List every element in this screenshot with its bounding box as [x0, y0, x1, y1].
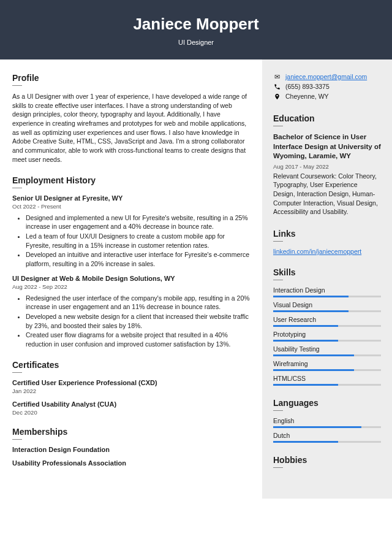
contact-email-row: ✉ janiece.moppert@gmail.com	[273, 73, 381, 80]
hobbies-section: Hobbies	[273, 455, 381, 468]
skill-bar	[273, 340, 381, 342]
links-heading: Links	[273, 229, 381, 239]
skill-row: Wireframing	[273, 360, 381, 371]
certificate-title: Certified Usability Analyst (CUA)	[12, 400, 251, 408]
underline	[12, 439, 22, 440]
links-section: Links linkedin.com/in/janiecemoppert	[273, 229, 381, 255]
language-bar	[273, 441, 381, 443]
hobbies-heading: Hobbies	[273, 455, 381, 465]
skill-fill	[273, 369, 354, 371]
bullet: Designed and implemented a new UI for Fy…	[26, 213, 251, 231]
skill-bar	[273, 325, 381, 327]
skill-row: Interaction Design	[273, 286, 381, 297]
skill-fill	[273, 354, 354, 356]
education-desc: Relevant Coursework: Color Theory, Typog…	[273, 172, 381, 216]
language-name: Dutch	[273, 432, 381, 439]
underline	[12, 188, 22, 188]
bullet: Led a team of four UX/UI Designers to cr…	[26, 232, 251, 250]
job-entry: Senior UI Designer at Fyresite, WYOct 20…	[12, 194, 251, 269]
skill-row: Usability Testing	[273, 345, 381, 356]
profile-link[interactable]: linkedin.com/in/janiecemoppert	[273, 248, 361, 255]
language-fill	[273, 426, 361, 428]
bullet: Created user flow diagrams for a website…	[26, 331, 251, 348]
location-icon	[273, 93, 281, 100]
skill-fill	[273, 296, 349, 297]
skill-row: HTML/CSS	[273, 375, 381, 386]
bullet: Developed a new website design for a cli…	[26, 312, 251, 330]
membership-item: Usability Professionals Association	[12, 459, 251, 467]
phone-icon	[273, 83, 281, 90]
languages-heading: Languages	[273, 398, 381, 408]
underline	[12, 372, 22, 373]
skill-fill	[273, 325, 338, 327]
skill-name: User Research	[273, 316, 381, 323]
skill-name: Visual Design	[273, 301, 381, 308]
education-dates: Aug 2017 - May 2022	[273, 163, 381, 170]
memberships-section: Memberships Interaction Design Foundatio…	[12, 427, 251, 467]
skill-name: Wireframing	[273, 360, 381, 367]
sidebar: ✉ janiece.moppert@gmail.com (655) 893-33…	[262, 59, 392, 499]
header: Janiece Moppert UI Designer	[0, 0, 392, 59]
skill-bar	[273, 384, 381, 386]
bullet: Developed an intuitive and interactive u…	[26, 250, 251, 268]
skill-row: Visual Design	[273, 301, 381, 312]
language-fill	[273, 441, 338, 443]
contact-phone-row: (655) 893-3375	[273, 83, 381, 90]
skills-section: Skills Interaction DesignVisual DesignUs…	[273, 267, 381, 386]
skill-name: Prototyping	[273, 331, 381, 338]
skills-heading: Skills	[273, 267, 381, 277]
memberships-heading: Memberships	[12, 427, 251, 437]
job-bullets: Redesigned the user interface of the com…	[12, 294, 251, 349]
underline	[273, 280, 283, 280]
skill-fill	[273, 310, 349, 312]
certificate-date: Dec 2020	[12, 409, 251, 416]
skill-bar	[273, 369, 381, 371]
education-degree: Bachelor of Science in User Interface De…	[273, 132, 381, 161]
skill-name: Usability Testing	[273, 345, 381, 353]
skill-bar	[273, 354, 381, 356]
profile-heading: Profile	[12, 73, 251, 83]
skill-name: HTML/CSS	[273, 375, 381, 382]
underline	[273, 126, 283, 126]
certificates-heading: Certificates	[12, 360, 251, 370]
certificate-title: Certified User Experience Professional (…	[12, 379, 251, 386]
job-title: Senior UI Designer at Fyresite, WY	[12, 194, 251, 202]
education-heading: Education	[273, 113, 381, 123]
skill-fill	[273, 384, 338, 386]
certificates-section: Certificates Certified User Experience P…	[12, 360, 251, 416]
profile-section: Profile As a UI Designer with over 1 yea…	[12, 73, 251, 164]
languages-section: Languages EnglishDutch	[273, 398, 381, 443]
language-name: English	[273, 417, 381, 424]
main-column: Profile As a UI Designer with over 1 yea…	[0, 59, 262, 499]
employment-heading: Employment History	[12, 175, 251, 185]
language-row: English	[273, 417, 381, 428]
job-entry: UI Designer at Web & Mobile Design Solut…	[12, 275, 251, 349]
underline	[273, 410, 283, 411]
person-title: UI Designer	[0, 39, 392, 46]
bullet: Redesigned the user interface of the com…	[26, 294, 251, 312]
job-bullets: Designed and implemented a new UI for Fy…	[12, 213, 251, 269]
email-link[interactable]: janiece.moppert@gmail.com	[285, 73, 367, 80]
location-text: Cheyenne, WY	[285, 93, 329, 100]
skill-name: Interaction Design	[273, 286, 381, 294]
contact-location-row: Cheyenne, WY	[273, 93, 381, 100]
person-name: Janiece Moppert	[0, 15, 392, 34]
phone-text: (655) 893-3375	[285, 83, 330, 90]
education-section: Education Bachelor of Science in User In…	[273, 113, 381, 216]
membership-item: Interaction Design Foundation	[12, 446, 251, 453]
job-title: UI Designer at Web & Mobile Design Solut…	[12, 275, 251, 282]
contact-section: ✉ janiece.moppert@gmail.com (655) 893-33…	[273, 73, 381, 100]
job-dates: Oct 2022 - Present	[12, 203, 251, 210]
envelope-icon: ✉	[273, 73, 281, 80]
language-bar	[273, 426, 381, 428]
underline	[273, 241, 283, 242]
skill-fill	[273, 340, 338, 342]
skill-row: Prototyping	[273, 331, 381, 342]
language-row: Dutch	[273, 432, 381, 443]
profile-text: As a UI Designer with over 1 year of exp…	[12, 92, 251, 164]
skill-bar	[273, 296, 381, 297]
skill-bar	[273, 310, 381, 312]
underline	[273, 467, 283, 468]
underline	[12, 85, 22, 86]
employment-section: Employment History Senior UI Designer at…	[12, 175, 251, 349]
